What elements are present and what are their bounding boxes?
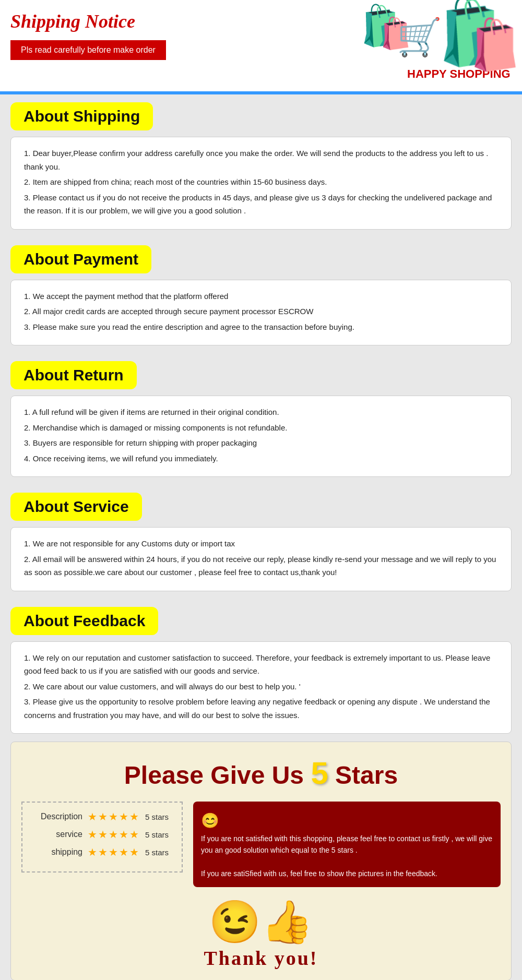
feedback-list: We rely on our reputation and customer s… bbox=[24, 651, 498, 722]
return-title-box: About Return bbox=[10, 361, 137, 389]
service-list: We are not responsible for any Customs d… bbox=[24, 537, 498, 579]
service-title: About Service bbox=[23, 498, 129, 515]
number-five: 5 bbox=[311, 756, 328, 791]
page-header: Shipping Notice Pls read carefully befor… bbox=[0, 0, 522, 91]
payment-list: We accept the payment method that the pl… bbox=[24, 290, 498, 334]
service-content: We are not responsible for any Customs d… bbox=[10, 527, 512, 591]
list-item: All major credit cards are accepted thro… bbox=[24, 305, 498, 318]
stars-service: ★★★★★ bbox=[88, 828, 140, 841]
rating-label-description: Description bbox=[35, 812, 82, 821]
shopping-cart-icon: 🛒 bbox=[397, 16, 442, 58]
rating-label-shipping: shipping bbox=[35, 847, 82, 857]
shipping-title-box: About Shipping bbox=[10, 102, 153, 130]
return-section: About Return A full refund will be given… bbox=[0, 353, 522, 485]
rating-row-service: service ★★★★★ 5 stars bbox=[35, 828, 169, 841]
feedback-title: About Feedback bbox=[23, 612, 145, 629]
info-text-1: If you are not satisfied with this shopp… bbox=[201, 833, 493, 856]
service-section: About Service We are not responsible for… bbox=[0, 485, 522, 599]
info-text-2: If you are satiSfied with us, feel free … bbox=[201, 868, 493, 879]
stars-content-area: Description ★★★★★ 5 stars service ★★★★★ … bbox=[21, 802, 501, 887]
five-stars-headline: Please Give Us 5 Stars bbox=[21, 755, 501, 791]
stars-text-description: 5 stars bbox=[145, 812, 169, 821]
wink-icon: 😉👍 bbox=[21, 898, 501, 947]
smiley-icon: 😊 bbox=[201, 809, 219, 833]
stars-text-shipping: 5 stars bbox=[145, 848, 169, 857]
return-title: About Return bbox=[23, 366, 124, 384]
shipping-section: About Shipping Dear buyer,Please confirm… bbox=[0, 94, 522, 237]
payment-title: About Payment bbox=[23, 250, 138, 268]
return-content: A full refund will be given if items are… bbox=[10, 396, 512, 477]
list-item: Item are shipped from china; reach most … bbox=[24, 175, 498, 189]
shipping-title: About Shipping bbox=[23, 107, 140, 125]
give-us-stars-part1: Please Give Us bbox=[124, 761, 311, 789]
woman-icon: 🛍️ bbox=[437, 0, 522, 68]
list-item: Once receiving items, we will refund you… bbox=[24, 452, 498, 465]
return-list: A full refund will be given if items are… bbox=[24, 405, 498, 465]
ratings-box: Description ★★★★★ 5 stars service ★★★★★ … bbox=[21, 802, 183, 873]
info-box: 😊 If you are not satisfied with this sho… bbox=[193, 802, 501, 887]
rating-row-shipping: shipping ★★★★★ 5 stars bbox=[35, 846, 169, 858]
header-left: Shipping Notice Pls read carefully befor… bbox=[10, 5, 166, 60]
service-title-box: About Service bbox=[10, 493, 142, 521]
read-notice-banner: Pls read carefully before make order bbox=[10, 40, 166, 60]
list-item: Buyers are responsible for return shippi… bbox=[24, 436, 498, 450]
stars-shipping: ★★★★★ bbox=[88, 846, 140, 858]
list-item: All email will be answered within 24 hou… bbox=[24, 553, 498, 579]
list-item: Please make sure you read the entire des… bbox=[24, 320, 498, 334]
list-item: We are not responsible for any Customs d… bbox=[24, 537, 498, 551]
header-right: 🛍️ 🛒 HAPPY SHOPPING 🛍️ bbox=[355, 0, 522, 91]
shipping-list: Dear buyer,Please confirm your address c… bbox=[24, 147, 498, 218]
list-item: A full refund will be given if items are… bbox=[24, 405, 498, 419]
list-item: Merchandise which is damaged or missing … bbox=[24, 421, 498, 435]
page-title: Shipping Notice bbox=[10, 10, 166, 32]
stars-text-service: 5 stars bbox=[145, 830, 169, 839]
payment-section: About Payment We accept the payment meth… bbox=[0, 237, 522, 354]
list-item: We accept the payment method that the pl… bbox=[24, 290, 498, 303]
thank-you-area: 😉👍 Thank you! bbox=[21, 898, 501, 970]
stars-description: ★★★★★ bbox=[88, 810, 140, 823]
feedback-section: About Feedback We rely on our reputation… bbox=[0, 599, 522, 742]
list-item: Please contact us if you do not receive … bbox=[24, 191, 498, 218]
thank-you-text: Thank you! bbox=[21, 947, 501, 970]
rating-row-description: Description ★★★★★ 5 stars bbox=[35, 810, 169, 823]
list-item: We rely on our reputation and customer s… bbox=[24, 651, 498, 678]
list-item: Dear buyer,Please confirm your address c… bbox=[24, 147, 498, 173]
feedback-title-box: About Feedback bbox=[10, 607, 158, 635]
feedback-content: We rely on our reputation and customer s… bbox=[10, 641, 512, 734]
shipping-content: Dear buyer,Please confirm your address c… bbox=[10, 137, 512, 230]
give-us-stars-part2: Stars bbox=[328, 761, 398, 789]
payment-content: We accept the payment method that the pl… bbox=[10, 280, 512, 346]
five-stars-section: Please Give Us 5 Stars Description ★★★★★… bbox=[10, 742, 512, 980]
payment-title-box: About Payment bbox=[10, 245, 151, 273]
list-item: Please give us the opportunity to resolv… bbox=[24, 695, 498, 722]
rating-label-service: service bbox=[35, 830, 82, 839]
list-item: We care about our value customers, and w… bbox=[24, 680, 498, 694]
